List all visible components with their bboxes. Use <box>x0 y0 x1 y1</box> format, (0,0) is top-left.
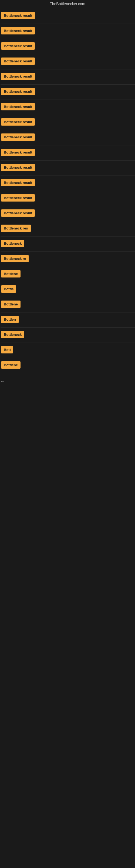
bottleneck-badge-11[interactable]: Bottleneck result <box>1 164 35 171</box>
bottleneck-badge-4[interactable]: Bottleneck result <box>1 58 35 65</box>
bottleneck-badge-6[interactable]: Bottleneck result <box>1 88 35 95</box>
bottleneck-badge-23[interactable]: Bott <box>1 346 13 353</box>
result-row-20: Bottlene <box>1 297 135 312</box>
ellipsis-indicator: ... <box>0 373 135 388</box>
result-row-4: Bottleneck result <box>1 54 135 69</box>
bottleneck-badge-13[interactable]: Bottleneck result <box>1 194 35 202</box>
bottleneck-badge-14[interactable]: Bottleneck result <box>1 209 35 217</box>
result-row-17: Bottleneck re <box>1 252 135 267</box>
bottleneck-badge-5[interactable]: Bottleneck result <box>1 73 35 80</box>
bottleneck-badge-9[interactable]: Bottleneck result <box>1 133 35 141</box>
result-row-6: Bottleneck result <box>1 85 135 100</box>
bottleneck-badge-8[interactable]: Bottleneck result <box>1 118 35 126</box>
bottleneck-badge-24[interactable]: Bottlene <box>1 361 20 369</box>
result-row-19: Bottle <box>1 282 135 297</box>
result-row-3: Bottleneck result <box>1 39 135 54</box>
result-row-22: Bottleneck <box>1 328 135 343</box>
result-row-12: Bottleneck result <box>1 176 135 191</box>
bottleneck-badge-7[interactable]: Bottleneck result <box>1 103 35 111</box>
result-row-8: Bottleneck result <box>1 115 135 130</box>
bottleneck-badge-3[interactable]: Bottleneck result <box>1 42 35 50</box>
result-row-16: Bottleneck <box>1 237 135 252</box>
result-row-13: Bottleneck result <box>1 191 135 206</box>
result-row-23: Bott <box>1 343 135 358</box>
result-row-9: Bottleneck result <box>1 130 135 145</box>
result-row-7: Bottleneck result <box>1 100 135 115</box>
result-row-2: Bottleneck result <box>1 24 135 39</box>
bottleneck-badge-1[interactable]: Bottleneck result <box>1 12 35 19</box>
bottleneck-badge-12[interactable]: Bottleneck result <box>1 179 35 186</box>
bottleneck-badge-22[interactable]: Bottleneck <box>1 331 24 338</box>
site-title: TheBottlenecker.com <box>0 0 135 9</box>
result-row-15: Bottleneck res <box>1 221 135 237</box>
result-row-1: Bottleneck result <box>1 9 135 24</box>
result-row-11: Bottleneck result <box>1 161 135 176</box>
bottleneck-badge-17[interactable]: Bottleneck re <box>1 255 29 262</box>
site-header: TheBottlenecker.com <box>0 0 135 9</box>
result-row-18: Bottlene <box>1 267 135 282</box>
bottleneck-badge-16[interactable]: Bottleneck <box>1 240 24 247</box>
bottleneck-badge-19[interactable]: Bottle <box>1 285 16 293</box>
bottleneck-badge-10[interactable]: Bottleneck result <box>1 149 35 156</box>
result-row-14: Bottleneck result <box>1 206 135 221</box>
result-row-5: Bottleneck result <box>1 69 135 85</box>
result-row-21: Bottlen <box>1 312 135 328</box>
bottleneck-badge-21[interactable]: Bottlen <box>1 316 18 323</box>
bottleneck-badge-2[interactable]: Bottleneck result <box>1 27 35 34</box>
results-list: Bottleneck resultBottleneck resultBottle… <box>0 9 135 373</box>
bottleneck-badge-15[interactable]: Bottleneck res <box>1 225 31 232</box>
ellipsis-text: ... <box>1 379 4 382</box>
bottleneck-badge-18[interactable]: Bottlene <box>1 270 20 278</box>
bottleneck-badge-20[interactable]: Bottlene <box>1 301 20 308</box>
result-row-24: Bottlene <box>1 358 135 373</box>
result-row-10: Bottleneck result <box>1 145 135 161</box>
